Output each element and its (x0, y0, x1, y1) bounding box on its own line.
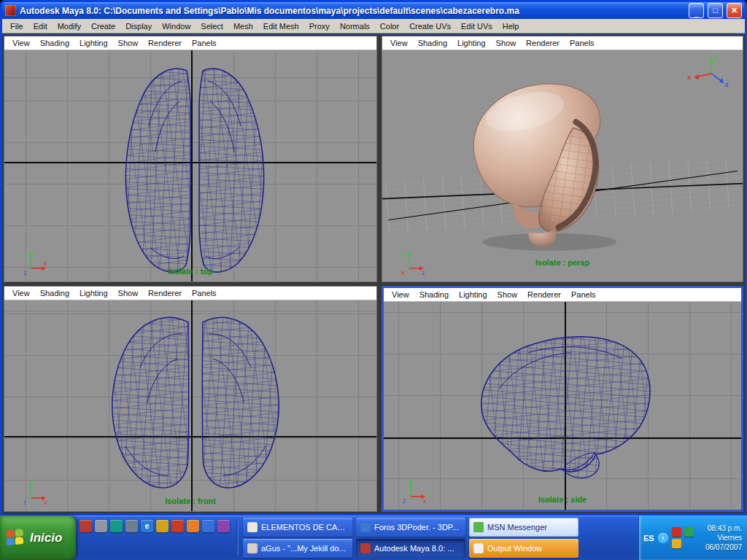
menu-select[interactable]: Select (196, 20, 228, 32)
taskbar-button-maya[interactable]: Autodesk Maya 8.0: ... (356, 539, 465, 558)
panel-menu-view[interactable]: View (7, 289, 35, 298)
menu-edit[interactable]: Edit (28, 20, 53, 32)
brain-shaded-persp-view: y x z (382, 50, 743, 281)
brain-wireframe-side-view (384, 302, 741, 510)
browser-icon (360, 522, 371, 532)
panel-menubar-persp: View Shading Lighting Show Renderer Pane… (382, 36, 743, 50)
panel-menu-renderer[interactable]: Renderer (522, 290, 566, 299)
quicklaunch-icon-4[interactable] (125, 520, 138, 532)
quicklaunch-icon-5[interactable]: e (141, 520, 153, 532)
panel-menu-lighting[interactable]: Lighting (452, 39, 491, 47)
panel-menu-shading[interactable]: Shading (35, 39, 74, 47)
viewport-canvas-persp[interactable]: y x z Isolate : persp (382, 50, 743, 281)
taskbar-buttons: ELEMENTOS DE CALC... Foros 3DPoder. - 3D… (240, 516, 581, 560)
view-compass: y x z (687, 53, 729, 88)
panel-menubar-front: View Shading Lighting Show Renderer Pane… (4, 287, 376, 300)
panel-menu-renderer[interactable]: Renderer (143, 289, 187, 298)
panel-menu-lighting[interactable]: Lighting (74, 39, 113, 47)
panel-menu-show[interactable]: Show (491, 39, 522, 47)
start-label: Inicio (30, 531, 62, 545)
tray-icon-2[interactable] (684, 527, 694, 537)
menu-edit-mesh[interactable]: Edit Mesh (258, 20, 304, 32)
menu-mesh[interactable]: Mesh (228, 20, 258, 32)
tray-icon-3[interactable] (672, 539, 681, 548)
quicklaunch-icon-7[interactable] (171, 520, 184, 532)
menu-create-uvs[interactable]: Create UVs (404, 20, 456, 32)
document-icon (247, 543, 258, 553)
menu-normals[interactable]: Normals (335, 20, 375, 32)
quicklaunch-icon-3[interactable] (110, 520, 123, 532)
viewport-panel-front: View Shading Lighting Show Renderer Pane… (4, 286, 377, 512)
taskbar-button-foros-3dpoder[interactable]: Foros 3DPoder. - 3DP... (356, 518, 465, 537)
viewport-panel-top: View Shading Lighting Show Renderer Pane… (4, 36, 377, 282)
menu-color[interactable]: Color (375, 20, 404, 32)
close-button[interactable]: ✕ (727, 3, 742, 18)
panel-menu-renderer[interactable]: Renderer (521, 39, 565, 47)
viewport-panel-persp: View Shading Lighting Show Renderer Pane… (382, 36, 743, 282)
axis-indicator-front: z x (22, 478, 51, 505)
svg-text:z: z (23, 499, 27, 505)
viewport-canvas-side[interactable]: Isolate : side z x (384, 302, 741, 510)
panel-menu-renderer[interactable]: Renderer (143, 39, 187, 47)
panel-menu-show[interactable]: Show (113, 289, 144, 298)
panel-menu-panels[interactable]: Panels (565, 39, 600, 47)
clock-date: 06/07/2007 (705, 542, 742, 552)
viewport-canvas-front[interactable]: Isolate : front z x (4, 300, 376, 511)
menu-display[interactable]: Display (120, 20, 157, 32)
tray-icon-1[interactable] (672, 527, 681, 537)
minimize-button[interactable]: _ (689, 3, 704, 18)
panel-menu-panels[interactable]: Panels (187, 289, 222, 298)
svg-text:x: x (44, 499, 47, 505)
menu-help[interactable]: Help (498, 20, 525, 32)
menu-edit-uvs[interactable]: Edit UVs (456, 20, 498, 32)
menu-modify[interactable]: Modify (53, 20, 86, 32)
viewport-label-side: Isolate : side (384, 495, 741, 504)
menu-create[interactable]: Create (86, 20, 120, 32)
taskbar-button-msn-messenger[interactable]: MSN Messenger (469, 518, 578, 537)
panel-menu-view[interactable]: View (385, 39, 413, 47)
panel-menu-view[interactable]: View (7, 39, 35, 47)
svg-text:z: z (725, 81, 729, 88)
viewport-canvas-top[interactable]: Isolate : top y x z (4, 50, 376, 281)
quicklaunch-icon-8[interactable] (187, 520, 199, 532)
language-indicator[interactable]: ES (643, 534, 654, 542)
taskbar-button-elementos[interactable]: ELEMENTOS DE CALC... (243, 518, 352, 537)
maximize-button[interactable]: □ (708, 3, 723, 18)
start-button[interactable]: Inicio (0, 516, 76, 560)
quicklaunch-icon-2[interactable] (95, 520, 107, 532)
taskbar-button-label: aGus - "...My Jekill do... (261, 544, 346, 553)
panel-menubar-top: View Shading Lighting Show Renderer Pane… (4, 36, 376, 50)
maya-window: Autodesk Maya 8.0: C:\Documents and Sett… (0, 0, 747, 516)
quicklaunch-icon-6[interactable] (156, 520, 169, 532)
svg-text:x: x (423, 497, 427, 504)
clock-day: Viernes (705, 533, 742, 542)
taskbar-button-output-window[interactable]: Output Window (469, 539, 578, 558)
panel-menu-panels[interactable]: Panels (187, 39, 222, 47)
axis-indicator-top: y x z (22, 248, 51, 276)
menu-proxy[interactable]: Proxy (304, 20, 335, 32)
svg-text:x: x (687, 74, 691, 81)
menu-file[interactable]: File (5, 20, 28, 32)
panel-menu-show[interactable]: Show (492, 290, 523, 299)
panel-menu-show[interactable]: Show (113, 39, 144, 47)
panel-menu-view[interactable]: View (387, 290, 414, 299)
svg-text:z: z (23, 269, 27, 276)
brain-wireframe-front-view (4, 300, 376, 511)
tray-clock[interactable]: 08:43 p.m. Viernes 06/07/2007 (705, 524, 742, 552)
panel-menu-shading[interactable]: Shading (35, 289, 74, 298)
panel-menu-shading[interactable]: Shading (414, 290, 454, 299)
quicklaunch-icon-10[interactable] (217, 520, 230, 532)
panel-menu-lighting[interactable]: Lighting (74, 289, 113, 298)
svg-text:y: y (713, 53, 717, 61)
taskbar-button-agus[interactable]: aGus - "...My Jekill do... (243, 539, 352, 558)
panel-menu-panels[interactable]: Panels (566, 290, 601, 299)
menu-window[interactable]: Window (157, 20, 196, 32)
desktop: Autodesk Maya 8.0: C:\Documents and Sett… (0, 0, 747, 560)
quicklaunch-icon-1[interactable] (80, 520, 92, 532)
panel-menu-shading[interactable]: Shading (413, 39, 452, 47)
taskbar-button-label: ELEMENTOS DE CALC... (261, 523, 348, 532)
panel-menu-lighting[interactable]: Lighting (454, 290, 492, 299)
quicklaunch-icon-9[interactable] (202, 520, 214, 532)
window-title: Autodesk Maya 8.0: C:\Documents and Sett… (20, 6, 685, 16)
tray-expand-icon[interactable]: ‹ (658, 533, 668, 543)
